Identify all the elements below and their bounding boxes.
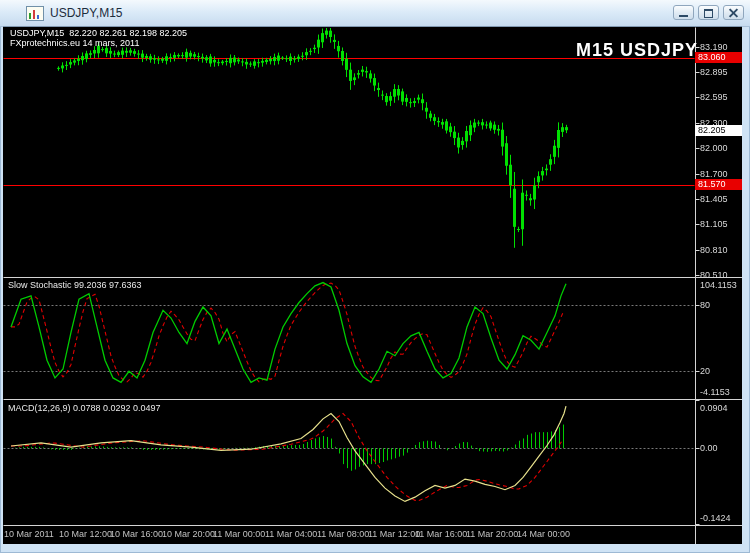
window-title: USDJPY,M15: [50, 6, 122, 20]
close-button[interactable]: [723, 5, 744, 20]
price-label: 81.105: [700, 219, 728, 229]
stoch-level-label: 20: [700, 366, 710, 376]
macd-label: MACD(12,26,9) 0.0788 0.0292 0.0497: [8, 403, 161, 413]
time-label: 10 Mar 12:00: [59, 529, 112, 539]
price-tag-hline: 83.060: [695, 52, 742, 63]
time-label: 11 Mar 08:00: [317, 529, 369, 539]
stoch-min-label: -4.1153: [700, 387, 730, 397]
chart-window: USDJPY,M15 USDJPY,M15 82.220 82.261 82.1…: [0, 0, 750, 553]
titlebar[interactable]: USDJPY,M15: [0, 0, 750, 27]
chart-icon: [26, 6, 44, 21]
time-label: 11 Mar 12:00: [368, 529, 420, 539]
chart-client[interactable]: USDJPY,M15 82.220 82.261 82.198 82.205 F…: [3, 26, 742, 544]
price-label: 82.895: [700, 67, 728, 77]
window-controls: [673, 5, 744, 20]
stoch-level-label: 80: [700, 300, 710, 310]
stoch-max-label: 104.1153: [700, 280, 737, 290]
price-label: 81.700: [700, 169, 728, 179]
macd-max-label: 0.0904: [700, 403, 728, 413]
stochastic-label: Slow Stochastic 99.2036 97.6363: [8, 280, 142, 290]
time-label: 11 Mar 20:00: [466, 529, 518, 539]
minimize-button[interactable]: [673, 5, 694, 20]
time-label: 10 Mar 16:00: [110, 529, 163, 539]
watermark: M15 USDJPY: [576, 40, 698, 61]
macd-min-label: -0.1424: [700, 513, 731, 523]
price-label: 81.405: [700, 194, 728, 204]
price-label: 82.595: [700, 92, 728, 102]
comment-text: FXprotechnics.eu 14 mars, 2011: [10, 38, 139, 48]
minimize-icon: [679, 15, 688, 17]
time-label: 11 Mar 16:00: [415, 529, 467, 539]
time-label: 11 Mar 04:00: [265, 529, 317, 539]
price-label: 80.810: [700, 245, 728, 255]
macd-zero-label: 0.00: [700, 443, 718, 453]
price-label: 82.000: [700, 143, 728, 153]
restore-icon: [704, 9, 713, 18]
price-label: 80.510: [700, 270, 728, 280]
price-tag-hline: 81.570: [695, 179, 742, 190]
ohlc-info: USDJPY,M15 82.220 82.261 82.198 82.205: [10, 28, 187, 38]
time-label: 10 Mar 20:00: [162, 529, 215, 539]
time-label: 11 Mar 00:00: [213, 529, 265, 539]
restore-button[interactable]: [698, 5, 719, 20]
time-label: 14 Mar 00:00: [517, 529, 570, 539]
price-label: 83.190: [700, 42, 728, 52]
price-tag-current: 82.205: [695, 125, 742, 136]
time-label: 10 Mar 2011: [4, 529, 54, 539]
